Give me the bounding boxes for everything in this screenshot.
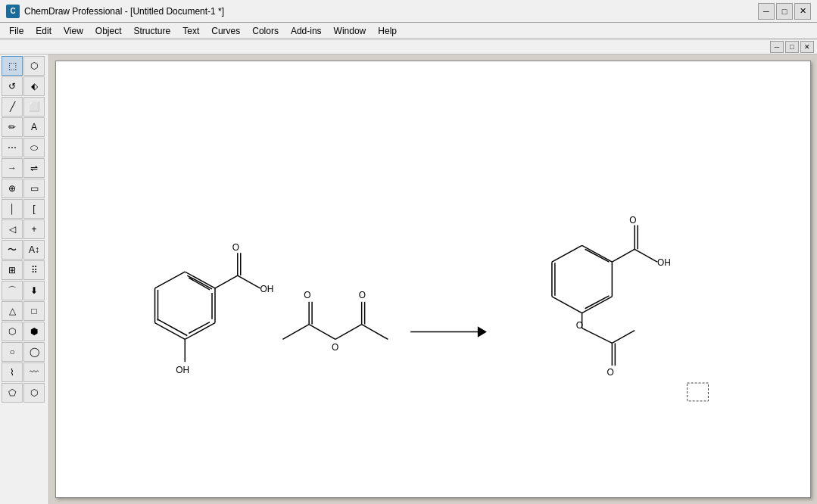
window-title: ChemDraw Professional - [Untitled Docume… bbox=[24, 6, 758, 17]
tool-dots[interactable]: ⠿ bbox=[23, 260, 45, 280]
main-area: ⬚⬡↺⬖╱⬜✏A⋯⬭→⇌⊕▭│[◁+〜A↕⊞⠿⌒⬇△□⬡⬢○◯⌇〰⬠⬡ bbox=[0, 54, 817, 504]
mdi-minimize[interactable]: ─ bbox=[770, 41, 784, 53]
canvas-area[interactable]: O OH OH bbox=[49, 54, 817, 504]
menu-item-window[interactable]: Window bbox=[328, 23, 373, 39]
tool-atext[interactable]: A↕ bbox=[23, 240, 45, 260]
svg-line-27 bbox=[582, 245, 613, 262]
tool-squiggle[interactable]: 〜 bbox=[2, 240, 23, 260]
mdi-restore[interactable]: □ bbox=[785, 41, 799, 53]
tool-bold-line[interactable]: │ bbox=[2, 199, 23, 219]
tool-oval[interactable]: ◯ bbox=[23, 342, 45, 362]
tool-dbl-arrow[interactable]: ⇌ bbox=[23, 158, 45, 178]
tool-row: ⌒⬇ bbox=[2, 281, 47, 300]
drawing-canvas[interactable]: O OH OH bbox=[55, 61, 811, 498]
tool-pen[interactable]: ✏ bbox=[2, 117, 23, 137]
app-icon: C bbox=[6, 5, 20, 18]
minimize-button[interactable]: ─ bbox=[758, 3, 775, 20]
tool-bracket[interactable]: [ bbox=[23, 199, 45, 219]
menu-item-curves[interactable]: Curves bbox=[205, 23, 246, 39]
svg-line-20 bbox=[309, 325, 335, 340]
tool-wave2[interactable]: 〰 bbox=[23, 362, 45, 382]
tool-row: ⊕▭ bbox=[2, 179, 47, 198]
tool-circle[interactable]: ○ bbox=[2, 342, 23, 362]
aspirin-group bbox=[552, 245, 612, 313]
window-controls: ─ □ ✕ bbox=[758, 3, 811, 20]
tool-curve[interactable]: ⌒ bbox=[2, 281, 23, 300]
tool-square[interactable]: □ bbox=[23, 301, 45, 321]
tool-line[interactable]: ╱ bbox=[2, 97, 23, 117]
acetic-anhydride-group bbox=[282, 302, 388, 340]
svg-line-29 bbox=[582, 297, 613, 313]
tool-row: ⬡⬢ bbox=[2, 322, 47, 341]
tool-stamp[interactable]: ⬇ bbox=[23, 281, 45, 300]
svg-line-41 bbox=[582, 328, 613, 344]
aspirin-o3-label: O bbox=[607, 367, 613, 378]
tool-penta[interactable]: ⬠ bbox=[2, 383, 23, 403]
mdi-close[interactable]: ✕ bbox=[800, 41, 814, 53]
tool-row: ⌇〰 bbox=[2, 362, 47, 382]
reaction-arrow bbox=[410, 328, 485, 337]
salicylic-o-label: O bbox=[232, 242, 239, 253]
tool-row: ○◯ bbox=[2, 342, 47, 362]
tool-eraser[interactable]: ⬜ bbox=[23, 97, 45, 117]
tool-select2[interactable]: ⬡ bbox=[23, 56, 45, 76]
svg-line-12 bbox=[215, 275, 238, 288]
menu-item-text[interactable]: Text bbox=[176, 23, 205, 39]
tool-chain[interactable]: ⋯ bbox=[2, 138, 23, 157]
tool-row: ╱⬜ bbox=[2, 97, 47, 117]
svg-line-32 bbox=[552, 245, 582, 262]
maximize-button[interactable]: □ bbox=[776, 3, 793, 20]
salicylic-oh2-label: OH bbox=[176, 365, 189, 375]
menu-item-view[interactable]: View bbox=[58, 23, 89, 39]
svg-line-3 bbox=[155, 323, 186, 340]
anhydride-o2-label: O bbox=[359, 290, 366, 300]
menu-item-help[interactable]: Help bbox=[372, 23, 403, 39]
tool-grid[interactable]: ⊞ bbox=[2, 260, 23, 280]
svg-line-0 bbox=[185, 272, 215, 288]
svg-line-17 bbox=[282, 325, 309, 340]
menu-item-add-ins[interactable]: Add-ins bbox=[285, 23, 328, 39]
tool-arrow[interactable]: → bbox=[2, 158, 23, 178]
tool-text[interactable]: A bbox=[23, 117, 45, 137]
svg-line-6 bbox=[187, 275, 212, 289]
svg-line-5 bbox=[155, 272, 186, 288]
menu-item-structure[interactable]: Structure bbox=[128, 23, 177, 39]
menu-item-edit[interactable]: Edit bbox=[30, 23, 58, 39]
menu-item-object[interactable]: Object bbox=[89, 23, 128, 39]
toolbar: ⬚⬡↺⬖╱⬜✏A⋯⬭→⇌⊕▭│[◁+〜A↕⊞⠿⌒⬇△□⬡⬢○◯⌇〰⬠⬡ bbox=[0, 54, 49, 504]
title-bar: C ChemDraw Professional - [Untitled Docu… bbox=[0, 0, 817, 23]
tool-row: 〜A↕ bbox=[2, 240, 47, 260]
tool-wave[interactable]: ⌇ bbox=[2, 362, 23, 382]
tool-wedge[interactable]: ◁ bbox=[2, 219, 23, 239]
menu-item-colors[interactable]: Colors bbox=[246, 23, 285, 39]
tool-lasso[interactable]: ⬭ bbox=[23, 138, 45, 157]
tool-row: ⊞⠿ bbox=[2, 260, 47, 280]
tool-triangle[interactable]: △ bbox=[2, 301, 23, 321]
svg-line-2 bbox=[185, 323, 215, 340]
tool-hex3[interactable]: ⬡ bbox=[23, 383, 45, 403]
aspirin-oh-label: OH bbox=[657, 257, 671, 268]
tool-row: ✏A bbox=[2, 117, 47, 137]
tool-row: ⬚⬡ bbox=[2, 56, 47, 76]
tool-row: →⇌ bbox=[2, 158, 47, 178]
menu-item-file[interactable]: File bbox=[3, 23, 30, 39]
tool-row: ⋯⬭ bbox=[2, 138, 47, 157]
tool-rect[interactable]: ▭ bbox=[23, 179, 45, 198]
tool-row: ⬠⬡ bbox=[2, 383, 47, 403]
menu-bar: FileEditViewObjectStructureTextCurvesCol… bbox=[0, 23, 817, 39]
tool-hex[interactable]: ⬡ bbox=[2, 322, 23, 341]
close-button[interactable]: ✕ bbox=[794, 3, 811, 20]
tool-plus[interactable]: + bbox=[23, 219, 45, 239]
aspirin-acetoxy bbox=[582, 313, 635, 366]
salicylic-cooh bbox=[215, 253, 260, 288]
tool-skew[interactable]: ⬖ bbox=[23, 76, 45, 96]
svg-line-44 bbox=[612, 331, 635, 344]
tool-row: │[ bbox=[2, 199, 47, 219]
tool-row: ↺⬖ bbox=[2, 76, 47, 96]
tool-select[interactable]: ⬚ bbox=[2, 56, 23, 76]
tool-hex2[interactable]: ⬢ bbox=[23, 322, 45, 341]
tool-rotate[interactable]: ↺ bbox=[2, 76, 23, 96]
svg-marker-26 bbox=[479, 328, 486, 337]
svg-line-39 bbox=[635, 249, 657, 262]
tool-bond[interactable]: ⊕ bbox=[2, 179, 23, 198]
